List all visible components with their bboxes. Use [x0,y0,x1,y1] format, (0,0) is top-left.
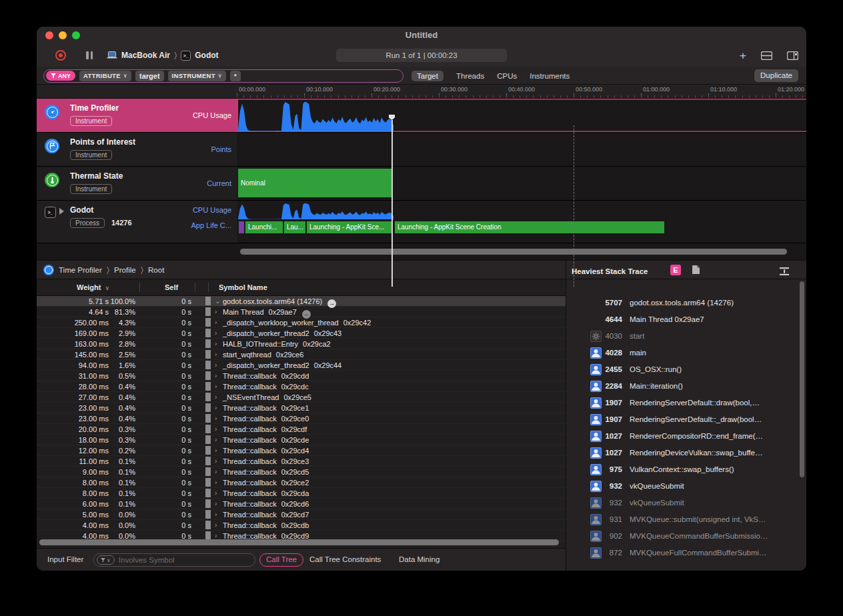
disclosure-icon[interactable]: › [215,468,217,475]
disclosure-icon[interactable]: › [215,319,217,326]
disclosure-icon[interactable]: › [215,308,217,315]
disclosure-icon[interactable]: › [215,511,217,518]
call-tree-row[interactable]: 5.00 ms0.0%0 s›Thread::callback0x29cd7 [37,509,566,520]
filter-instrument-token[interactable]: INSTRUMENT∨ [168,71,226,81]
call-tree-row[interactable]: 4.00 ms0.0%0 s›Thread::callback0x29cdb [37,520,566,531]
call-tree-row[interactable]: 169.00 ms2.9%0 s›_dispatch_worker_thread… [37,328,566,339]
filter-wildcard-token[interactable]: * [230,71,241,81]
add-instrument-button[interactable]: + [740,50,746,61]
data-mining-button[interactable]: Data Mining [399,555,440,563]
call-tree-row[interactable]: 6.00 ms0.1%0 s›Thread::callback0x29cd6 [37,499,566,509]
call-tree-row[interactable]: 11.00 ms0.1%0 s›Thread::callback0x29ce3 [37,456,566,467]
lifecycle-segment[interactable]: Launching - AppKit Scene Creation [394,221,664,233]
breadcrumb-item[interactable]: Root [148,266,164,274]
disclosure-icon[interactable]: › [215,329,217,337]
track-row-time-profiler[interactable]: Time ProfilerInstrumentCPU Usage [37,99,806,133]
disclosure-icon[interactable]: › [215,404,217,411]
stack-trace-row[interactable]: 932vkQueueSubmit [566,479,806,495]
track-row-thermal-state[interactable]: Thermal StateInstrumentCurrentNominal [37,167,806,201]
call-tree-row[interactable]: 27.00 ms0.4%0 s›_NSEventThread0x29ce5 [37,392,566,403]
tab-cpus[interactable]: CPUs [497,72,517,80]
track-filter-field[interactable]: ANY ATTRIBUTE∨ target INSTRUMENT∨ * [43,69,403,83]
filter-scope-menu[interactable]: ∨ [97,555,115,565]
symbol-filter-input[interactable]: ∨ Involves Symbol [93,553,255,567]
track-graph[interactable] [237,99,806,133]
track-header[interactable]: Time ProfilerInstrumentCPU Usage [37,99,237,133]
stack-trace-row[interactable]: 2455OS_OSX::run() [566,362,806,379]
column-header-symbol[interactable]: Symbol Name [219,283,267,291]
record-button[interactable] [55,50,66,61]
call-tree-row[interactable]: 163.00 ms2.8%0 s›HALB_IOThread::Entry0x2… [37,339,566,349]
disclosure-icon[interactable]: › [215,383,217,390]
run-status[interactable]: Run 1 of 1 | 00:00:23 [336,49,507,62]
track-row-points-of-interest[interactable]: Points of InterestInstrumentPoints [37,133,806,167]
call-tree-row[interactable]: 23.00 ms0.4%0 s›Thread::callback0x29ce1 [37,403,566,413]
disclosure-icon[interactable]: › [215,521,217,529]
disclosure-icon[interactable]: › [215,372,217,379]
call-tree-row[interactable]: 28.00 ms0.4%0 s›Thread::callback0x29cdc [37,381,566,392]
target-app-name[interactable]: Godot [195,51,218,60]
call-tree-row[interactable]: 8.00 ms0.1%0 s›Thread::callback0x29cda [37,488,566,499]
stack-trace-row[interactable]: 1027RendererCompositorRD::end_frame(… [566,429,806,445]
track-graph[interactable] [237,133,806,167]
extended-detail-tab-icon[interactable]: E [670,265,681,275]
track-row-godot[interactable]: >_GodotProcess14276CPU UsageApp Life C..… [37,201,806,243]
tab-target[interactable]: Target [411,71,444,81]
stack-trace-row[interactable]: 975VulkanContext::swap_buffers() [566,462,806,479]
stack-trace-row[interactable]: 4030start [566,329,806,345]
call-tree-row[interactable]: 31.00 ms0.5%0 s›Thread::callback0x29cdd [37,371,566,381]
document-icon[interactable] [692,265,700,275]
stack-trace-row[interactable]: 2284Main::iteration() [566,379,806,395]
right-pane-toggle-button[interactable] [787,51,798,60]
call-tree-row[interactable]: 8.00 ms0.1%0 s›Thread::callback0x29ce2 [37,477,566,488]
stack-trace-row[interactable]: 872MVKQueueFullCommandBufferSubmi… [566,545,806,562]
stack-trace-row[interactable]: 4028main [566,345,806,362]
disclosure-icon[interactable]: › [215,447,217,454]
lifecycle-segment[interactable]: Launching - AppKit Sce... [306,221,392,233]
track-header[interactable]: >_GodotProcess14276CPU UsageApp Life C..… [37,201,237,243]
breadcrumb-item[interactable]: Time Profiler [59,266,102,274]
filter-any-token[interactable]: ANY [46,71,75,81]
disclosure-icon[interactable]: › [215,436,217,443]
call-tree-row[interactable]: 9.00 ms0.1%0 s›Thread::callback0x29cd5 [37,467,566,477]
column-header-weight[interactable]: Weight∨ [77,283,109,291]
stack-scrollbar-thumb[interactable] [800,281,804,477]
disclosure-icon[interactable]: › [215,351,217,358]
track-graph[interactable]: Launchi...Lau...Launching - AppKit Sce..… [237,201,806,243]
breadcrumb-item[interactable]: Profile [114,266,136,274]
stack-trace-row[interactable]: 1907RenderingServerDefault::draw(bool,… [566,395,806,412]
disclosure-icon[interactable]: › [215,489,217,497]
tab-threads[interactable]: Threads [456,72,484,80]
thermal-state-segment[interactable]: Nominal [238,169,392,197]
call-tree-hscrollbar-thumb[interactable] [39,539,559,545]
disclosure-icon[interactable]: › [215,361,217,369]
disclosure-icon[interactable]: › [215,500,217,507]
call-tree-constraints-button[interactable]: Call Tree Constraints [309,555,381,563]
disclosure-icon[interactable]: › [215,532,217,539]
call-tree-row[interactable]: 94.00 ms1.6%0 s›_dispatch_worker_thread2… [37,360,566,371]
disclosure-icon[interactable]: › [215,415,217,422]
filter-attribute-token[interactable]: ATTRIBUTE∨ [79,71,131,81]
pause-button[interactable] [86,51,93,59]
call-tree-row[interactable]: 18.00 ms0.3%0 s›Thread::callback0x29cde [37,435,566,445]
track-header[interactable]: Thermal StateInstrumentCurrent [37,167,237,201]
tab-instruments[interactable]: Instruments [530,72,570,80]
call-tree-row[interactable]: 4.64 s81.3%0 s›Main Thread0x29ae7→ [37,307,566,317]
lifecycle-segment[interactable]: Lau... [283,221,305,233]
call-tree-row[interactable]: 250.00 ms4.3%0 s›_dispatch_workloop_work… [37,317,566,328]
disclosure-triangle-icon[interactable] [59,208,64,215]
disclosure-icon[interactable]: › [215,393,217,401]
disclosure-icon[interactable]: › [215,479,217,486]
device-name[interactable]: MacBook Air [121,51,170,60]
timeline-ruler[interactable]: 00:00.00000:10.00000:20.00000:30.00000:4… [37,85,806,99]
stack-trace-row[interactable]: 4644Main Thread 0x29ae7 [566,312,806,329]
duplicate-button[interactable]: Duplicate [754,69,798,82]
call-tree-row[interactable]: 20.00 ms0.3%0 s›Thread::callback0x29cdf [37,424,566,435]
stack-trace-row[interactable]: 5707godot.osx.tools.arm64 (14276) [566,295,806,312]
column-header-self[interactable]: Self [165,283,178,291]
lifecycle-segment[interactable]: Launchi... [245,221,283,233]
stack-trace-row[interactable]: 1027RenderingDeviceVulkan::swap_buffe… [566,445,806,462]
stack-trace-row[interactable]: 932vkQueueSubmit [566,495,806,512]
bottom-pane-toggle-button[interactable] [761,51,772,60]
timeline-scrollbar-thumb[interactable] [240,249,787,255]
